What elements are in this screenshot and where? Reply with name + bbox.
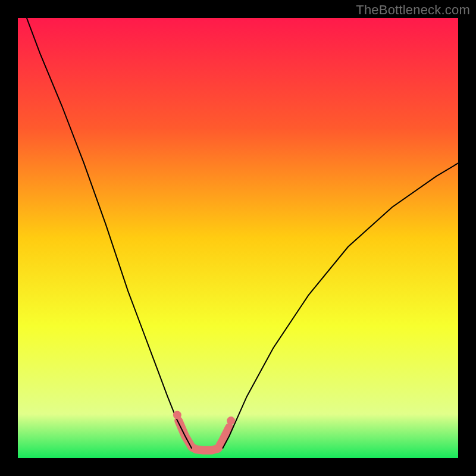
marker-dot-1 [227,416,235,425]
watermark-text: TheBottleneck.com [356,2,470,18]
marker-dot-0 [173,411,181,419]
gradient-background [18,18,458,458]
outer-frame: TheBottleneck.com [0,0,476,476]
plot-area [18,18,458,458]
chart-svg [18,18,458,458]
